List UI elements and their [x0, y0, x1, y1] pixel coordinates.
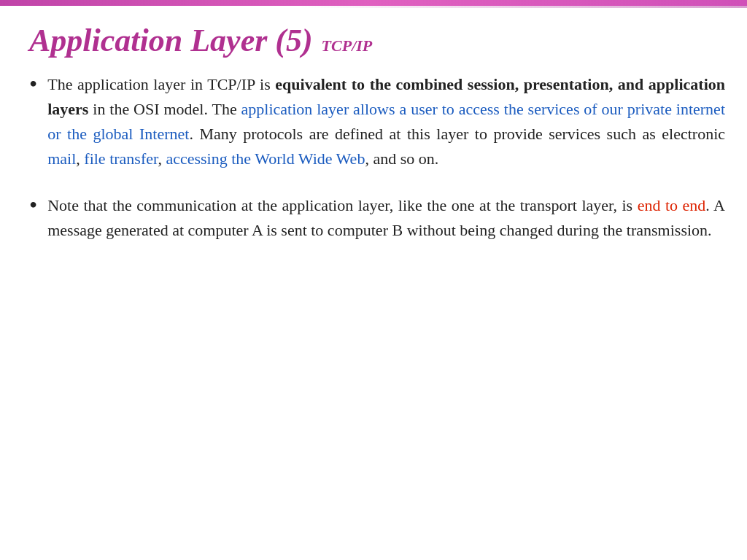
title-subtitle: TCP/IP — [322, 36, 373, 55]
page-title: Application Layer (5) TCP/IP — [29, 22, 725, 59]
main-content: Application Layer (5) TCP/IP • The appli… — [29, 15, 725, 545]
blue-text-www: accessing the World Wide Web — [166, 149, 365, 168]
red-text-end-to-end: end to end — [638, 196, 706, 214]
bullet-dot: • — [29, 69, 37, 100]
blue-text-1: application layer allows a user to acces… — [47, 100, 725, 143]
list-item: • The application layer in TCP/IP is equ… — [29, 72, 725, 171]
bullet-text-1: The application layer in TCP/IP is equiv… — [47, 72, 725, 171]
title-main: Application Layer (5) — [29, 22, 313, 59]
blue-text-filetransfer: file transfer — [84, 149, 158, 168]
top-bar — [0, 0, 747, 6]
bullet-dot: • — [29, 190, 37, 221]
bullet-list: • The application layer in TCP/IP is equ… — [29, 72, 725, 244]
bullet-text-2: Note that the communication at the appli… — [47, 193, 725, 243]
list-item: • Note that the communication at the app… — [29, 193, 725, 243]
accent-line — [299, 6, 747, 8]
blue-text-mail: mail — [47, 149, 76, 168]
